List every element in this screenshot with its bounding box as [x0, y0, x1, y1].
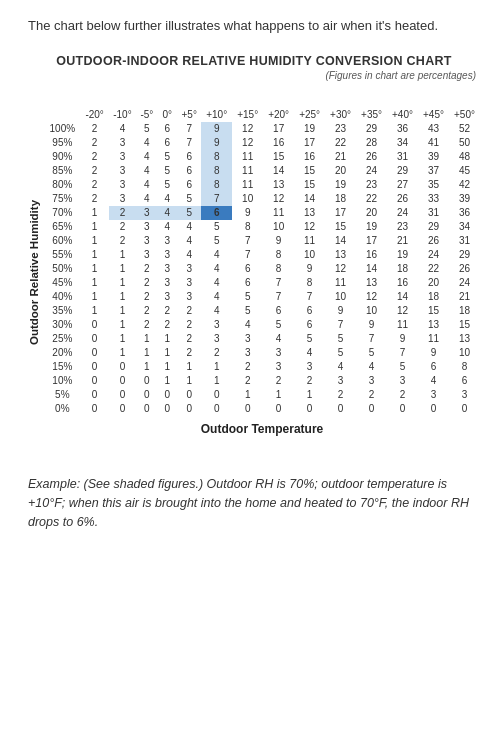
table-cell: 15 [418, 304, 449, 318]
table-cell: 0 [177, 402, 201, 416]
table-row: 25%0111233455791113 [44, 332, 480, 346]
table-cell: 2 [136, 262, 157, 276]
table-cell: 5 [201, 220, 232, 234]
table-cell: 3 [177, 262, 201, 276]
row-label: 10% [44, 374, 81, 388]
table-cell: 6 [157, 136, 177, 150]
table-cell: 3 [177, 276, 201, 290]
table-row: 15%00111123344568 [44, 360, 480, 374]
table-cell: 3 [157, 262, 177, 276]
row-label: 15% [44, 360, 81, 374]
table-row: 0%00000000000000 [44, 402, 480, 416]
table-cell: 5 [157, 150, 177, 164]
table-cell: 2 [177, 318, 201, 332]
table-cell: 6 [201, 206, 232, 220]
table-cell: 2 [325, 388, 356, 402]
table-cell: 1 [157, 346, 177, 360]
table-cell: 4 [232, 318, 263, 332]
table-cell: 52 [449, 122, 480, 136]
table-cell: 1 [81, 206, 109, 220]
table-cell: 24 [387, 206, 418, 220]
table-cell: 4 [136, 192, 157, 206]
row-label: 40% [44, 290, 81, 304]
table-cell: 19 [356, 220, 387, 234]
table-cell: 13 [418, 318, 449, 332]
table-cell: 2 [263, 374, 294, 388]
table-cell: 41 [418, 136, 449, 150]
table-cell: 20 [356, 206, 387, 220]
table-cell: 7 [325, 318, 356, 332]
table-cell: 4 [177, 220, 201, 234]
table-cell: 10 [356, 304, 387, 318]
table-cell: 10 [449, 346, 480, 360]
table-cell: 0 [81, 360, 109, 374]
table-cell: 11 [232, 178, 263, 192]
chart-title: OUTDOOR-INDOOR RELATIVE HUMIDITY CONVERS… [28, 54, 480, 68]
table-cell: 3 [201, 332, 232, 346]
table-cell: 11 [232, 150, 263, 164]
table-cell: 1 [81, 220, 109, 234]
table-cell: 4 [157, 192, 177, 206]
row-label: 5% [44, 388, 81, 402]
table-cell: 7 [177, 122, 201, 136]
col-header: +40° [387, 108, 418, 122]
table-cell: 24 [418, 248, 449, 262]
table-cell: 7 [263, 276, 294, 290]
table-row: 75%2344571012141822263339 [44, 192, 480, 206]
table-cell: 12 [232, 122, 263, 136]
table-cell: 13 [449, 332, 480, 346]
table-cell: 6 [177, 178, 201, 192]
table-cell: 2 [157, 318, 177, 332]
table-cell: 19 [387, 248, 418, 262]
table-cell: 9 [232, 206, 263, 220]
table-cell: 2 [157, 304, 177, 318]
table-cell: 0 [81, 374, 109, 388]
table-cell: 3 [136, 220, 157, 234]
table-cell: 3 [387, 374, 418, 388]
table-cell: 0 [232, 402, 263, 416]
table-cell: 5 [356, 346, 387, 360]
row-label: 25% [44, 332, 81, 346]
table-cell: 4 [325, 360, 356, 374]
table-cell: 29 [356, 122, 387, 136]
table-cell: 3 [157, 290, 177, 304]
table-cell: 17 [263, 122, 294, 136]
table-cell: 18 [387, 262, 418, 276]
table-cell: 37 [418, 164, 449, 178]
table-cell: 0 [81, 332, 109, 346]
table-cell: 10 [294, 248, 325, 262]
table-cell: 31 [449, 234, 480, 248]
table-row: 35%112224566910121518 [44, 304, 480, 318]
table-cell: 3 [325, 374, 356, 388]
table-cell: 14 [387, 290, 418, 304]
table-cell: 13 [325, 248, 356, 262]
table-cell: 1 [81, 234, 109, 248]
table-cell: 17 [356, 234, 387, 248]
col-header: +35° [356, 108, 387, 122]
table-cell: 19 [294, 122, 325, 136]
table-row: 10%00011122233346 [44, 374, 480, 388]
table-cell: 21 [449, 290, 480, 304]
table-cell: 4 [294, 346, 325, 360]
col-header: +45° [418, 108, 449, 122]
table-cell: 31 [418, 206, 449, 220]
table-cell: 8 [449, 360, 480, 374]
table-cell: 34 [387, 136, 418, 150]
table-cell: 21 [387, 234, 418, 248]
table-cell: 7 [177, 136, 201, 150]
table-cell: 1 [294, 388, 325, 402]
table-row: 45%1123346781113162024 [44, 276, 480, 290]
table-cell: 3 [418, 388, 449, 402]
table-cell: 0 [177, 388, 201, 402]
table-cell: 1 [81, 248, 109, 262]
table-row: 100%2456791217192329364352 [44, 122, 480, 136]
x-axis-label: Outdoor Temperature [44, 422, 480, 436]
col-header: +30° [325, 108, 356, 122]
table-cell: 1 [109, 276, 137, 290]
table-cell: 0 [325, 402, 356, 416]
table-cell: 3 [449, 388, 480, 402]
table-cell: 9 [418, 346, 449, 360]
table-cell: 9 [201, 122, 232, 136]
table-cell: 3 [109, 178, 137, 192]
table-cell: 8 [201, 164, 232, 178]
